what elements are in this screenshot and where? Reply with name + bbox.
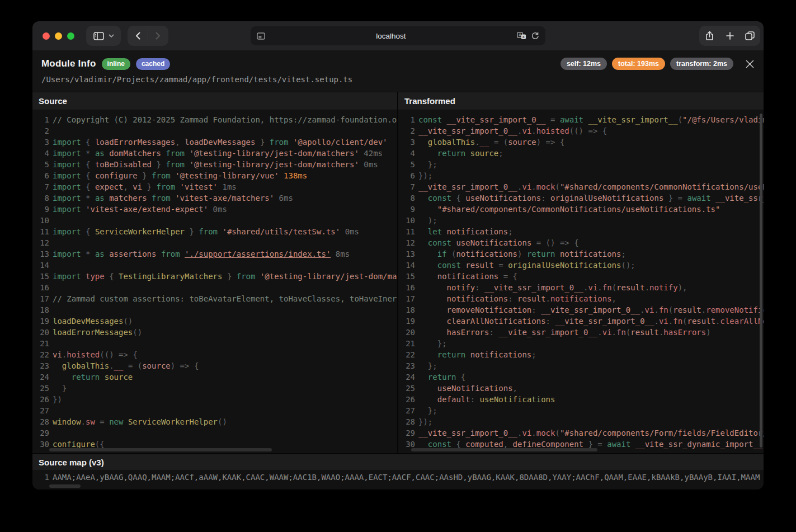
line-number: 1 [36,471,49,483]
code-text: return notifications; [418,349,764,360]
show-tabs-button[interactable] [740,31,760,40]
code-token: from [166,160,185,169]
transformed-hscrollbar[interactable] [411,448,597,451]
code-text: clearAllNotifications: __vite_ssr_import… [418,316,764,327]
close-button[interactable] [745,59,755,69]
code-line: 23 }; [402,360,764,371]
code-token: { [81,138,95,147]
code-text: notify: __vite_ssr_import_0__.vi.fn(resu… [418,282,764,293]
line-number: 15 [36,271,49,282]
code-token: vi [53,350,62,359]
code-token: import [53,227,81,236]
code-token [418,149,437,158]
line-number: 2 [402,125,415,136]
traffic-light-zoom[interactable] [67,32,74,40]
back-button[interactable] [128,32,148,40]
browser-toolbar: localhost Ax [32,21,764,51]
close-icon [746,60,754,68]
code-token: originalUseNotifications [550,194,663,203]
code-token: ; [508,227,512,236]
code-token: result [517,294,546,303]
module-badges: inlinecached [96,58,171,70]
line-number: 16 [402,282,415,293]
code-token: . [546,294,550,303]
code-text: hasErrors: __vite_ssr_import_0__.vi.fn(r… [418,327,764,338]
timing-badges: self: 12mstotal: 193mstransform: 2ms [555,58,733,70]
code-token: return [428,373,456,382]
traffic-light-minimize[interactable] [55,32,62,40]
code-line: 27 [36,405,397,416]
code-line: 11import { ServiceWorkerHelper } from '#… [36,226,397,237]
code-token: vi [133,182,142,191]
code-token: { [456,373,465,382]
code-token: . [597,328,602,337]
line-number: 29 [402,427,415,439]
code-text: import * as domMatchers from '@testing-l… [53,148,397,159]
code-token: toBeDisabled [95,160,152,169]
code-token: result [461,261,494,270]
code-token: clearAllNotifications [720,317,764,326]
module-badge: inline [102,58,130,70]
code-token: ServiceWorkerHelper [123,417,218,426]
code-token: '@testing-library/jest-dom/matchers' [185,149,359,158]
code-text: }); [418,170,764,181]
code-token: { [81,171,95,180]
share-button[interactable] [699,31,720,41]
line-number: 17 [36,293,49,304]
code-token [418,328,447,337]
code-line: 12 [36,237,397,248]
code-token: } [138,171,152,180]
code-line: 24 return { [402,371,764,383]
code-token: ; [621,249,625,258]
translate-icon[interactable]: Ax [517,32,526,40]
code-token: const [428,238,451,247]
code-token: // Zammad custom assertions: toBeAvatarE… [53,294,397,303]
code-token: 0ms [359,160,378,169]
code-token: fn [659,305,668,314]
traffic-light-close[interactable] [43,32,50,40]
line-number: 13 [402,248,415,260]
code-token: = [546,115,560,124]
code-line: 13 if (notifications) return notificatio… [402,248,764,260]
code-token: (() => { [569,126,607,135]
code-token: __vite_ssr_import_0__ [418,182,517,191]
code-token: expect [95,182,124,191]
sidebar-toggle-button[interactable] [86,26,121,46]
code-token: notify [649,283,678,292]
code-token: ( [447,249,456,258]
code-line: 11 let notifications; [402,226,764,237]
transformed-vscrollbar[interactable] [760,114,762,448]
code-token: notifications [456,249,517,258]
line-number: 6 [36,170,49,181]
address-bar[interactable]: localhost Ax [251,26,545,45]
module-link[interactable]: './support/assertions/index.ts' [185,249,331,258]
code-line: 6}); [402,170,764,181]
code-line: 17// Zammad custom assertions: toBeAvata… [36,293,397,304]
code-token: , [612,294,616,303]
code-line: 2 [36,125,397,136]
code-token: ( [555,429,559,437]
line-number: 4 [36,148,49,159]
site-settings-icon[interactable] [257,32,265,40]
line-number: 26 [402,394,415,405]
transformed-panel[interactable]: Transformed 1const __vite_ssr_import_0__… [398,92,764,453]
source-map-hscrollbar[interactable] [49,484,81,488]
new-tab-button[interactable] [720,32,740,40]
reload-icon[interactable] [531,32,539,40]
forward-button[interactable] [148,32,168,40]
source-panel[interactable]: Source 1// Copyright (C) 2012-2025 Zamma… [32,92,397,453]
code-token: as [95,194,105,203]
source-code[interactable]: 1// Copyright (C) 2012-2025 Zammad Found… [32,110,397,453]
code-text: vi.hoisted(() => { [53,349,397,360]
url-text[interactable]: localhost [265,32,517,40]
code-token: hasErrors [447,328,489,337]
code-text: } [53,383,397,394]
source-hscrollbar[interactable] [49,448,272,451]
code-token [418,384,437,393]
code-token: } [53,384,67,393]
code-line: 10 ); [402,215,764,226]
code-token: result [616,283,645,292]
line-number: 30 [36,439,49,450]
code-text: default: useNotifications [418,394,764,405]
transformed-code[interactable]: 1const __vite_ssr_import_0__ = await __v… [398,110,764,453]
